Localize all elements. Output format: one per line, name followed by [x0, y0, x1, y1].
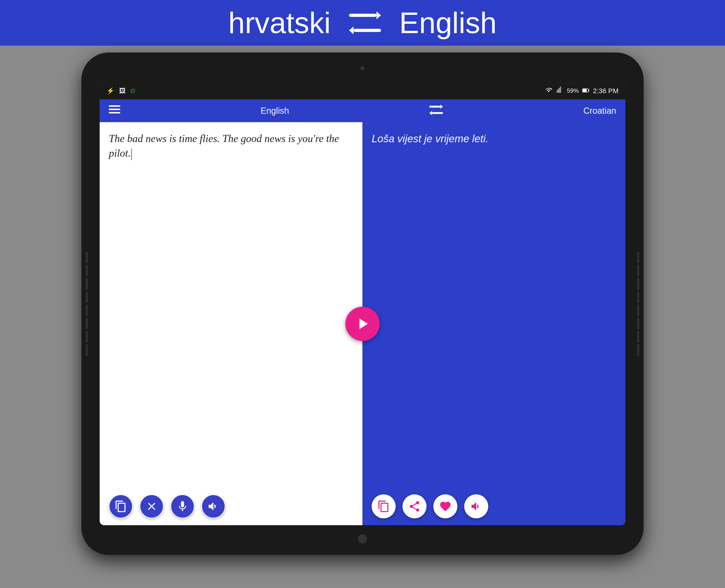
banner-source-lang[interactable]: hrvatski [228, 6, 331, 40]
source-action-buttons [100, 490, 362, 525]
banner-target-lang[interactable]: English [399, 6, 497, 40]
banner-swap-icon[interactable] [349, 12, 381, 34]
svg-marker-3 [349, 26, 354, 34]
svg-rect-12 [432, 112, 443, 114]
svg-marker-1 [377, 12, 381, 19]
tablet-device: ⚡ 🖼 ⊙ 59% 2:36 PM [81, 52, 644, 555]
battery-icon [582, 87, 589, 94]
svg-rect-5 [583, 89, 587, 92]
svg-rect-7 [109, 105, 120, 107]
source-speaker-button[interactable] [201, 495, 225, 518]
svg-rect-2 [354, 29, 381, 32]
header-source-lang[interactable]: English [261, 106, 289, 116]
top-banner: hrvatski English [0, 0, 725, 46]
usb-icon: ⚡ [106, 87, 115, 94]
target-action-buttons [363, 490, 625, 525]
speaker-left [86, 252, 88, 356]
source-pane: The bad news is time flies. The good new… [100, 122, 363, 525]
tablet-screen: ⚡ 🖼 ⊙ 59% 2:36 PM [100, 82, 625, 525]
wifi-icon [544, 87, 553, 95]
translate-fab-button[interactable] [345, 307, 380, 341]
signal-icon [556, 87, 563, 95]
target-speaker-button[interactable] [464, 495, 488, 518]
svg-rect-6 [588, 89, 589, 91]
copy-button[interactable] [371, 495, 396, 518]
status-time: 2:36 PM [593, 87, 619, 95]
source-input-text[interactable]: The bad news is time flies. The good new… [109, 133, 339, 159]
favorite-button[interactable] [434, 495, 457, 518]
svg-rect-10 [429, 106, 440, 108]
clipboard-button[interactable] [109, 495, 133, 518]
svg-marker-13 [429, 111, 432, 115]
svg-marker-11 [440, 105, 443, 109]
speaker-right [637, 252, 639, 356]
clear-button[interactable] [140, 495, 164, 518]
app-header: English Croatian [100, 99, 625, 122]
svg-rect-9 [109, 112, 120, 113]
source-text-area[interactable]: The bad news is time flies. The good new… [100, 122, 362, 490]
svg-rect-8 [109, 109, 120, 110]
status-icons-right: 59% 2:36 PM [544, 87, 619, 95]
location-icon: ⊙ [130, 87, 135, 94]
target-pane: Loša vijest je vrijeme leti. [363, 122, 625, 525]
status-icons-left: ⚡ 🖼 ⊙ [106, 87, 135, 94]
tablet-home-button[interactable] [358, 534, 367, 544]
hamburger-menu-icon[interactable] [109, 105, 120, 117]
target-text-area: Loša vijest je vrijeme leti. [363, 122, 625, 490]
translated-text: Loša vijest je vrijeme leti. [371, 133, 488, 145]
translation-area: The bad news is time flies. The good new… [100, 122, 625, 525]
battery-level: 59% [567, 87, 579, 94]
svg-rect-0 [349, 14, 377, 17]
share-button[interactable] [403, 495, 426, 518]
status-bar: ⚡ 🖼 ⊙ 59% 2:36 PM [100, 82, 625, 99]
header-swap-icon[interactable] [429, 104, 443, 118]
text-cursor [131, 149, 132, 160]
image-icon: 🖼 [119, 87, 125, 94]
tablet-camera [360, 66, 365, 70]
header-target-lang[interactable]: Croatian [583, 106, 616, 116]
microphone-button[interactable] [170, 495, 195, 518]
